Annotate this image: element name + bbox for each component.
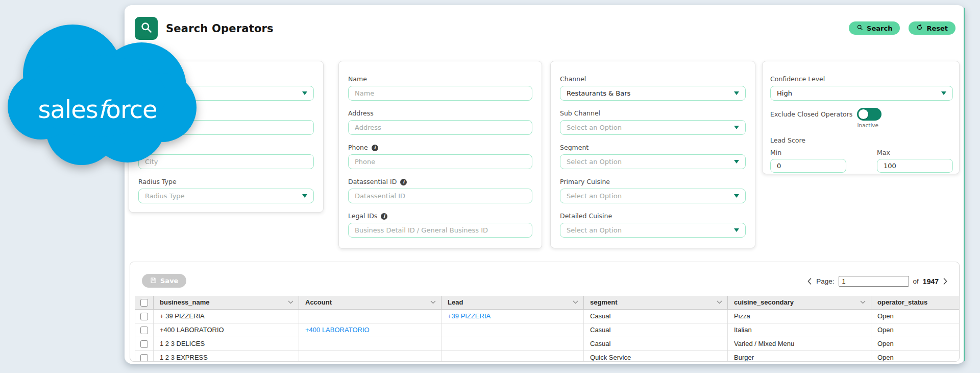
channel-field: Channel Restaurants & Bars <box>560 75 746 101</box>
cell-account <box>299 309 442 323</box>
legal-ids-input[interactable] <box>348 223 532 238</box>
select-all-cell <box>135 296 154 309</box>
radius-type-field: Radius Type Radius Type <box>138 178 314 203</box>
row-checkbox[interactable] <box>140 354 148 362</box>
exclude-closed-operators-toggle[interactable] <box>857 108 881 121</box>
toggle-knob <box>859 109 868 119</box>
cell-segment: Casual <box>584 309 728 323</box>
cell-business-name: 1 2 3 EXPRESS <box>154 351 299 362</box>
row-checkbox[interactable] <box>140 327 148 334</box>
exclude-closed-operators-row: Exclude Closed Operators Inactive <box>770 108 953 131</box>
cell-business-name: + 39 PIZZERIA <box>154 309 299 323</box>
info-icon[interactable]: i <box>372 145 378 151</box>
cell-cuisine-secondary: Burger <box>728 351 871 362</box>
cell-account <box>299 337 442 351</box>
address-label: Address <box>348 109 374 118</box>
confidence-level-field: Confidence Level High <box>770 75 953 101</box>
primary-cuisine-label: Primary Cuisine <box>560 178 746 186</box>
chevron-down-icon <box>302 91 307 95</box>
chevron-down-icon <box>734 126 739 129</box>
channel-select[interactable]: Restaurants & Bars <box>560 86 746 101</box>
cell-cuisine-secondary: Pizza <box>728 309 871 323</box>
classification-filter-panel: Channel Restaurants & Bars Sub Channel S… <box>550 61 755 248</box>
page-label: Page: <box>816 277 834 285</box>
page-number-input[interactable] <box>839 276 909 287</box>
phone-label: Phone <box>348 144 368 152</box>
save-button[interactable]: Save <box>142 274 186 288</box>
detailed-cuisine-select[interactable]: Select an Option <box>560 223 746 238</box>
primary-cuisine-field: Primary Cuisine Select an Option <box>560 178 746 203</box>
info-icon[interactable]: i <box>381 213 387 220</box>
salesforce-logo-text: salesforce <box>20 95 175 124</box>
chevron-left-icon[interactable] <box>807 278 812 285</box>
name-input[interactable] <box>348 86 532 101</box>
reset-button[interactable]: Reset <box>909 21 955 35</box>
lead-score-min-input[interactable] <box>770 159 846 173</box>
datassential-id-field: Datassential IDi <box>348 178 532 203</box>
chevron-down-icon <box>573 300 578 304</box>
phone-input[interactable] <box>348 154 532 169</box>
confidence-level-select-value: High <box>777 89 792 97</box>
confidence-level-label: Confidence Level <box>770 75 953 83</box>
info-icon[interactable]: i <box>400 179 407 185</box>
cell-lead-link[interactable]: +39 PIZZERIA <box>442 309 584 323</box>
chevron-down-icon <box>734 91 739 95</box>
row-checkbox[interactable] <box>140 340 148 348</box>
cell-account <box>299 351 442 362</box>
detailed-cuisine-label: Detailed Cuisine <box>560 212 746 220</box>
chevron-down-icon <box>717 300 722 304</box>
cell-business-name: +400 LABORATORIO <box>154 323 299 337</box>
sub-channel-select-value: Select an Option <box>567 124 622 131</box>
column-account[interactable]: Account <box>299 296 442 309</box>
results-table: business_name Account Lead segment cuisi… <box>135 296 960 362</box>
cell-segment: Quick Service <box>584 351 728 362</box>
row-checkbox[interactable] <box>140 313 148 320</box>
column-operator-status[interactable]: operator_status <box>871 296 960 309</box>
legal-ids-field: Legal IDsi <box>348 212 532 238</box>
pagination: Page: of 1947 <box>807 276 948 287</box>
sub-channel-select[interactable]: Select an Option <box>560 120 746 135</box>
toggle-state-label: Inactive <box>857 122 878 128</box>
radius-type-select-value: Radius Type <box>145 192 185 200</box>
confidence-level-select[interactable]: High <box>770 86 953 101</box>
column-segment[interactable]: segment <box>584 296 728 309</box>
name-field: Name <box>348 75 532 101</box>
cell-lead <box>442 337 584 351</box>
lead-score-min-label: Min <box>770 149 846 157</box>
datassential-id-input[interactable] <box>348 189 532 203</box>
select-all-checkbox[interactable] <box>140 299 148 307</box>
segment-label: Segment <box>560 144 746 152</box>
lead-score-max-input[interactable] <box>877 159 953 173</box>
reset-button-label: Reset <box>926 25 948 32</box>
phone-field: Phonei <box>348 144 532 169</box>
search-operators-card: Search Operators Search Reset <box>125 5 965 364</box>
primary-cuisine-select[interactable]: Select an Option <box>560 189 746 203</box>
floppy-disk-icon <box>150 277 157 285</box>
lead-score-range: Min Max <box>770 149 953 173</box>
chevron-right-icon[interactable] <box>943 278 948 285</box>
column-lead[interactable]: Lead <box>442 296 584 309</box>
channel-label: Channel <box>560 75 746 83</box>
table-row: +400 LABORATORIO +400 LABORATORIO Casual… <box>135 323 960 337</box>
radius-type-select[interactable]: Radius Type <box>138 189 314 203</box>
search-button[interactable]: Search <box>849 21 900 35</box>
cell-operator-status: Open <box>871 309 960 323</box>
cell-account-link[interactable]: +400 LABORATORIO <box>299 323 442 337</box>
page-of-label: of <box>913 277 919 285</box>
primary-cuisine-select-value: Select an Option <box>567 192 622 200</box>
cell-business-name: 1 2 3 DELICES <box>154 337 299 351</box>
address-input[interactable] <box>348 120 532 135</box>
column-cuisine-secondary[interactable]: cuisine_secondary <box>728 296 871 309</box>
sub-channel-label: Sub Channel <box>560 109 746 118</box>
segment-select-value: Select an Option <box>567 158 622 166</box>
cell-lead <box>442 323 584 337</box>
column-business-name[interactable]: business_name <box>154 296 299 309</box>
chevron-down-icon <box>860 300 866 304</box>
cell-operator-status: Open <box>871 351 960 362</box>
cell-operator-status: Open <box>871 337 960 351</box>
segment-field: Segment Select an Option <box>560 144 746 169</box>
chevron-down-icon <box>302 194 307 198</box>
header-actions: Search Reset <box>849 21 955 35</box>
results-panel: Save Page: of 1947 business_name Acco <box>130 262 960 362</box>
segment-select[interactable]: Select an Option <box>560 154 746 169</box>
